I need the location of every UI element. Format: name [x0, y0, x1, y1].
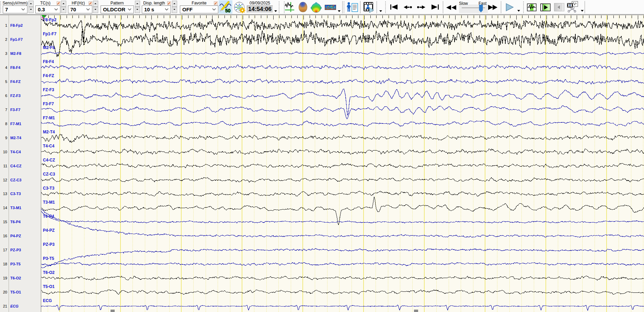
svg-text:T6-O2: T6-O2 — [43, 270, 55, 275]
svg-text:T4-C4: T4-C4 — [43, 144, 55, 148]
svg-text:F3-F7: F3-F7 — [43, 101, 54, 106]
svg-text:F8-F4: F8-F4 — [43, 59, 54, 64]
svg-text:T5-O1: T5-O1 — [43, 284, 55, 289]
svg-text:T3-M1: T3-M1 — [43, 200, 55, 205]
svg-text:C3-T3: C3-T3 — [43, 186, 55, 191]
svg-text:F4-FZ: F4-FZ — [43, 73, 54, 78]
svg-text:ECG: ECG — [43, 298, 52, 303]
svg-text:CZ-C3: CZ-C3 — [43, 172, 55, 177]
svg-text:FZ-F3: FZ-F3 — [43, 87, 54, 92]
svg-text:50: 50 — [225, 8, 231, 13]
svg-text:Fp1-F7: Fp1-F7 — [43, 32, 57, 36]
svg-text:M2-T4: M2-T4 — [43, 130, 55, 134]
svg-text:PZ-P3: PZ-P3 — [43, 242, 55, 247]
svg-text:F7-M1: F7-M1 — [43, 116, 55, 120]
svg-text:F8-Fp2: F8-Fp2 — [43, 17, 57, 22]
svg-text:C4-CZ: C4-CZ — [43, 158, 55, 163]
svg-text:P3-T5: P3-T5 — [43, 256, 54, 261]
svg-text:P4-PZ: P4-PZ — [43, 228, 55, 233]
